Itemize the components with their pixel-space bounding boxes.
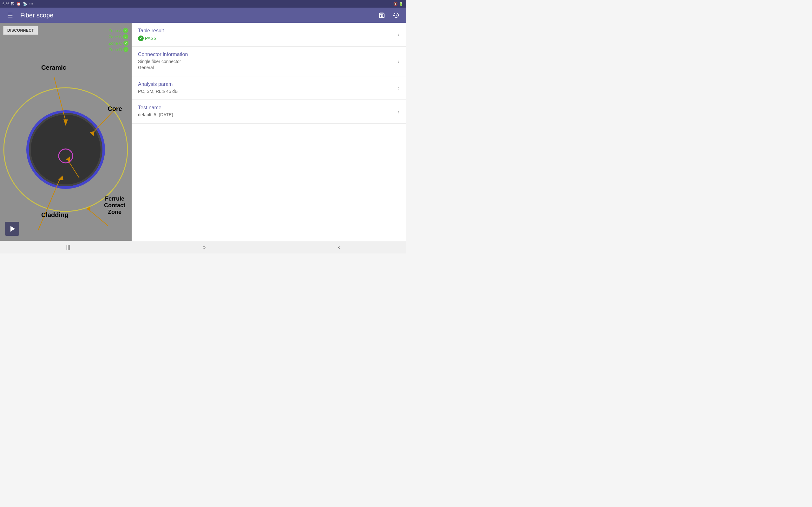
status-bar: 6:56 🖼 ⏰ 📡 ••• 🔇 🔋 <box>0 0 406 8</box>
recents-icon: ||| <box>66 244 70 250</box>
save-button[interactable] <box>377 10 387 20</box>
fiber-scope-panel: DISCONNECT Zone A ✓ Zone B ✓ Zone C ✓ Zo… <box>0 23 132 241</box>
zone-c-label: Zone C <box>108 41 122 46</box>
chevron-right-icon: › <box>397 84 400 92</box>
analysis-param-subtitle: PC, SM, RL ≥ 45 dB <box>138 89 397 95</box>
battery-icon: 🔋 <box>399 2 403 6</box>
connector-info-subtitle: Single fiber connector General <box>138 59 397 71</box>
connector-info-row[interactable]: Connector information Single fiber conne… <box>132 47 406 76</box>
zone-b-label: Zone B <box>108 35 122 39</box>
mute-icon: 🔇 <box>393 2 398 6</box>
zone-b-indicator: Zone B ✓ <box>108 34 129 39</box>
connector-line1: Single fiber connector <box>138 59 181 64</box>
home-icon: ○ <box>203 244 206 250</box>
zone-a-check: ✓ <box>123 28 128 33</box>
clock-icon: ⏰ <box>16 2 21 6</box>
table-result-content: Table result ✓ PASS <box>138 28 397 41</box>
info-panel: Table result ✓ PASS › Connector informat… <box>132 23 406 241</box>
connector-info-title: Connector information <box>138 52 397 57</box>
table-result-row[interactable]: Table result ✓ PASS › <box>132 23 406 47</box>
pass-label: PASS <box>145 36 156 41</box>
zone-d-check: ✓ <box>123 47 129 52</box>
chevron-right-icon: › <box>397 108 400 115</box>
zone-c-check: ✓ <box>123 41 129 46</box>
zone-b-check: ✓ <box>123 34 128 39</box>
zone-c-indicator: Zone C ✓ <box>108 41 129 46</box>
app-bar: ☰ Fiber scope <box>0 8 406 23</box>
zone-indicators: Zone A ✓ Zone B ✓ Zone C ✓ Zone D ✓ <box>108 28 129 52</box>
ferrule-label: FerruleContactZone <box>104 195 125 216</box>
zone-d-label: Zone D <box>108 47 122 52</box>
back-icon: ‹ <box>338 244 340 250</box>
menu-button[interactable]: ☰ <box>5 10 15 20</box>
zone-a-indicator: Zone A ✓ <box>108 28 129 33</box>
core-label: Core <box>107 105 122 112</box>
disconnect-button[interactable]: DISCONNECT <box>3 26 38 35</box>
app-bar-actions <box>377 10 401 20</box>
back-nav-button[interactable]: ‹ <box>332 241 346 253</box>
analysis-param-content: Analysis param PC, SM, RL ≥ 45 dB <box>138 81 397 95</box>
play-button[interactable] <box>5 222 19 236</box>
zone-a-label: Zone A <box>108 28 121 33</box>
test-name-content: Test name default_5_(DATE) <box>138 105 397 118</box>
cast-icon: 📡 <box>23 2 27 6</box>
analysis-param-row[interactable]: Analysis param PC, SM, RL ≥ 45 dB › <box>132 76 406 100</box>
chevron-right-icon: › <box>397 31 400 38</box>
chevron-right-icon: › <box>397 58 400 65</box>
test-name-title: Test name <box>138 105 397 111</box>
cladding-label: Cladding <box>41 211 68 219</box>
app-title: Fiber scope <box>20 12 372 19</box>
status-time: 6:56 🖼 ⏰ 📡 ••• <box>3 2 33 6</box>
recents-nav-button[interactable]: ||| <box>60 241 77 253</box>
home-nav-button[interactable]: ○ <box>196 241 212 253</box>
pass-circle-icon: ✓ <box>138 36 144 41</box>
test-name-subtitle: default_5_(DATE) <box>138 112 397 118</box>
play-icon <box>10 226 15 232</box>
analysis-param-title: Analysis param <box>138 81 397 87</box>
connector-line2: General <box>138 65 154 70</box>
time-display: 6:56 <box>3 2 9 6</box>
ceramic-label: Ceramic <box>41 64 66 71</box>
connector-info-content: Connector information Single fiber conne… <box>138 52 397 71</box>
history-button[interactable] <box>391 10 401 20</box>
zone-d-indicator: Zone D ✓ <box>108 47 129 52</box>
main-content: DISCONNECT Zone A ✓ Zone B ✓ Zone C ✓ Zo… <box>0 23 406 241</box>
status-icons: 🔇 🔋 <box>393 2 403 6</box>
photo-icon: 🖼 <box>11 2 14 6</box>
test-name-row[interactable]: Test name default_5_(DATE) › <box>132 100 406 124</box>
nav-bar: ||| ○ ‹ <box>0 241 406 253</box>
more-icon: ••• <box>29 2 33 6</box>
pass-badge: ✓ PASS <box>138 36 156 41</box>
table-result-title: Table result <box>138 28 397 34</box>
